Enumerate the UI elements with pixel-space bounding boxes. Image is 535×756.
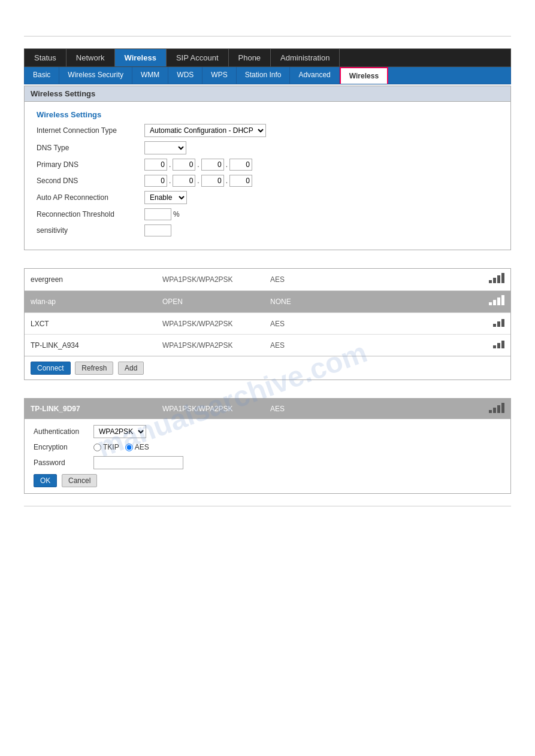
wifi-signal-evergreen bbox=[330, 273, 504, 286]
tab-wireless[interactable]: Wireless bbox=[340, 67, 388, 84]
form-row-auto-ap: Auto AP Reconnection Enable Disable bbox=[37, 191, 498, 204]
input-sensitivity[interactable]: 10 bbox=[144, 224, 171, 236]
primary-dns-o3[interactable] bbox=[201, 159, 224, 171]
wifi-enc-lxct: AES bbox=[270, 320, 330, 328]
tab-wireless-security[interactable]: Wireless Security bbox=[59, 67, 132, 84]
form-row-enc: Encryption TKIP AES bbox=[34, 443, 501, 451]
bar1 bbox=[489, 302, 492, 305]
select-dns-type[interactable] bbox=[144, 141, 186, 154]
second-dns-o4[interactable] bbox=[229, 175, 252, 187]
connect-header-name: TP-LINK_9D97 bbox=[31, 405, 162, 413]
wifi-security-wlan-ap: OPEN bbox=[162, 297, 270, 306]
label-sensitivity: sensitivity bbox=[37, 226, 144, 235]
nav-status[interactable]: Status bbox=[25, 49, 67, 66]
radio-aes[interactable] bbox=[125, 444, 133, 451]
wifi-enc-evergreen: AES bbox=[270, 275, 330, 284]
wifi-name-wlan-ap: wlan-ap bbox=[31, 297, 162, 306]
dns-dot4: . bbox=[169, 177, 171, 185]
wifi-security-tplink-a934: WPA1PSK/WPA2PSK bbox=[162, 341, 270, 350]
tab-advanced[interactable]: Advanced bbox=[290, 67, 339, 84]
wifi-list: evergreen WPA1PSK/WPA2PSK AES wlan-ap OP… bbox=[24, 268, 511, 380]
select-connection-type[interactable]: Automatic Configuration - DHCP bbox=[144, 124, 266, 137]
primary-dns-o2[interactable] bbox=[173, 159, 195, 171]
wifi-row-wlan-ap[interactable]: wlan-ap OPEN NONE bbox=[25, 291, 510, 313]
wifi-row-tplink-a934[interactable]: TP-LINK_A934 WPA1PSK/WPA2PSK AES bbox=[25, 335, 510, 356]
tab-wps[interactable]: WPS bbox=[202, 67, 236, 84]
ok-button[interactable]: OK bbox=[34, 474, 57, 487]
wifi-name-evergreen: evergreen bbox=[31, 275, 162, 284]
section-header: Wireless Settings bbox=[24, 86, 511, 102]
wifi-name-lxct: LXCT bbox=[31, 320, 162, 328]
radio-aes-label[interactable]: AES bbox=[125, 443, 149, 451]
form-row-reconnection-threshold: Reconnection Threshold % bbox=[37, 208, 498, 220]
bar4 bbox=[501, 295, 504, 305]
wifi-signal-wlan-ap bbox=[330, 295, 504, 308]
label-auto-ap: Auto AP Reconnection bbox=[37, 193, 144, 202]
label-reconnection-threshold: Reconnection Threshold bbox=[37, 210, 144, 218]
label-second-dns: Second DNS bbox=[37, 177, 144, 185]
content-area: Status Network Wireless SIP Account Phon… bbox=[24, 48, 511, 494]
form-row-dns-type: DNS Type bbox=[37, 141, 498, 154]
bar2 bbox=[497, 321, 500, 327]
label-connection-type: Internet Connection Type bbox=[37, 126, 144, 135]
bar3 bbox=[497, 275, 500, 283]
form-row-second-dns: Second DNS . . . bbox=[37, 175, 498, 187]
bar2 bbox=[493, 408, 496, 413]
bar3 bbox=[501, 319, 504, 327]
wifi-enc-wlan-ap: NONE bbox=[270, 297, 330, 306]
input-password[interactable] bbox=[93, 456, 183, 469]
second-dns-group: . . . bbox=[144, 175, 252, 187]
nav-sip-account[interactable]: SIP Account bbox=[167, 49, 229, 66]
connect-form: Authentication WPA2PSK WPA1PSK OPEN Encr… bbox=[25, 419, 510, 493]
radio-tkip-text: TKIP bbox=[103, 443, 119, 451]
second-dns-o3[interactable] bbox=[201, 175, 224, 187]
wifi-enc-tplink-a934: AES bbox=[270, 341, 330, 350]
top-divider bbox=[24, 36, 511, 37]
form-row-sensitivity: sensitivity 10 bbox=[37, 224, 498, 236]
connect-action-buttons: OK Cancel bbox=[34, 474, 501, 487]
page-wrapper: manualsarchive.com Status Network Wirele… bbox=[0, 36, 535, 756]
select-auth[interactable]: WPA2PSK WPA1PSK OPEN bbox=[93, 425, 146, 438]
dns-dot1: . bbox=[169, 160, 171, 169]
primary-dns-o4[interactable] bbox=[229, 159, 252, 171]
connect-button[interactable]: Connect bbox=[31, 362, 71, 375]
enc-radio-group: TKIP AES bbox=[93, 443, 149, 451]
signal-bars-wlan-ap bbox=[489, 295, 504, 305]
label-auth: Authentication bbox=[34, 427, 93, 436]
second-dns-o1[interactable] bbox=[144, 175, 167, 187]
refresh-button[interactable]: Refresh bbox=[75, 362, 113, 375]
signal-bars-evergreen bbox=[489, 273, 504, 283]
wifi-row-evergreen[interactable]: evergreen WPA1PSK/WPA2PSK AES bbox=[25, 269, 510, 291]
tab-wmm[interactable]: WMM bbox=[132, 67, 168, 84]
bar3 bbox=[501, 341, 504, 348]
bar4 bbox=[501, 403, 504, 413]
wireless-settings-box: Wireless Settings Internet Connection Ty… bbox=[24, 102, 511, 250]
primary-dns-group: . . . bbox=[144, 159, 252, 171]
tab-basic[interactable]: Basic bbox=[25, 67, 59, 84]
nav-phone[interactable]: Phone bbox=[229, 49, 271, 66]
nav-administration[interactable]: Administration bbox=[271, 49, 340, 66]
primary-dns-o1[interactable] bbox=[144, 159, 167, 171]
add-button[interactable]: Add bbox=[118, 362, 144, 375]
connect-header-signal bbox=[330, 403, 504, 415]
form-row-password: Password bbox=[34, 456, 501, 469]
tab-wds[interactable]: WDS bbox=[168, 67, 202, 84]
wifi-signal-tplink-a934 bbox=[330, 339, 504, 351]
radio-aes-text: AES bbox=[135, 443, 149, 451]
nav-wireless[interactable]: Wireless bbox=[115, 49, 167, 66]
signal-bars-connect bbox=[489, 403, 504, 413]
wifi-signal-lxct bbox=[330, 317, 504, 330]
label-primary-dns: Primary DNS bbox=[37, 160, 144, 169]
radio-tkip[interactable] bbox=[93, 444, 101, 451]
second-dns-o2[interactable] bbox=[173, 175, 195, 187]
wifi-row-lxct[interactable]: LXCT WPA1PSK/WPA2PSK AES bbox=[25, 313, 510, 335]
form-row-auth: Authentication WPA2PSK WPA1PSK OPEN bbox=[34, 425, 501, 438]
select-auto-ap[interactable]: Enable Disable bbox=[144, 191, 187, 204]
tab-station-info[interactable]: Station Info bbox=[237, 67, 291, 84]
cancel-button[interactable]: Cancel bbox=[62, 474, 97, 487]
nav-network[interactable]: Network bbox=[67, 49, 115, 66]
input-reconnection-threshold[interactable] bbox=[144, 208, 171, 220]
radio-tkip-label[interactable]: TKIP bbox=[93, 443, 119, 451]
bar3 bbox=[497, 297, 500, 305]
dns-dot6: . bbox=[226, 177, 228, 185]
